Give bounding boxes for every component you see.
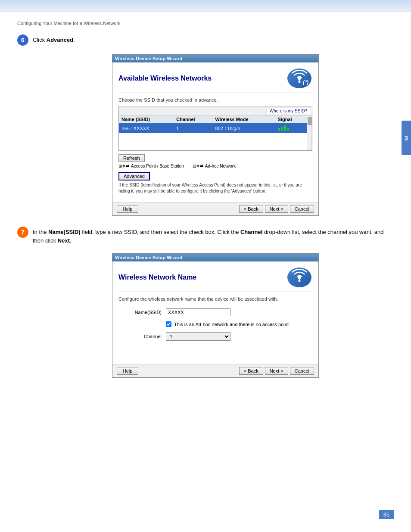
signal-bar-4 — [287, 128, 289, 131]
col-channel: Channel — [174, 116, 212, 123]
wizard-2-help-button[interactable]: Help — [117, 367, 138, 375]
wizard-1-footer-area: Refresh ⊞❖⇌ Access Point / Base Station … — [118, 154, 312, 194]
step-7-circle: 7 — [17, 227, 28, 238]
wizard-1: Wireless Device Setup Wizard Available W… — [112, 54, 319, 216]
wizard-2-spacer — [118, 346, 312, 359]
network-table-header-row: Where is my SSID? — [119, 106, 312, 116]
row-signal — [275, 123, 307, 134]
signal-bar-1 — [278, 128, 280, 131]
signal-bar-2 — [281, 127, 283, 131]
wizard-2-cancel-button[interactable]: Cancel — [290, 367, 314, 375]
wifi-logo-2 — [286, 267, 312, 288]
chapter-number: 3 — [405, 134, 408, 142]
step-7-bold2: Channel — [240, 229, 262, 235]
wizard-2-nav-buttons: < Back Next > Cancel — [239, 367, 314, 375]
scrollbar[interactable] — [307, 116, 312, 150]
step-7-row: 7 In the Name(SSID) field, type a new SS… — [17, 227, 394, 245]
svg-point-4 — [299, 280, 301, 282]
name-ssid-row: Name(SSID) — [118, 308, 312, 316]
table-row[interactable]: ⊞❖⇌ XXXXX 1 802.11b/g/n — [119, 123, 307, 134]
legend-access-point-label: Access Point / Base Station — [131, 164, 184, 168]
step-6-number: 6 — [21, 37, 25, 44]
channel-select[interactable]: 1 2 6 11 — [166, 332, 230, 341]
wizard-2: Wireless Device Setup Wizard Wireless Ne… — [112, 253, 319, 378]
network-table: Name (SSID) Channel Wireless Mode Signal… — [119, 116, 307, 150]
signal-bar-3 — [284, 125, 286, 131]
advanced-button[interactable]: Advanced — [118, 172, 150, 180]
col-mode: Wireless Mode — [213, 116, 275, 123]
name-ssid-label: Name(SSID) — [118, 310, 162, 315]
wizard-2-header: Wireless Network Name — [118, 267, 312, 292]
adhoc-checkbox-row: This is an Ad-hoc network and there is n… — [166, 321, 312, 327]
row-mode: 802.11b/g/n — [213, 123, 275, 134]
row-name: ⊞❖⇌ XXXXX — [119, 123, 174, 134]
name-ssid-input[interactable] — [166, 308, 230, 316]
refresh-button[interactable]: Refresh — [118, 154, 145, 162]
step-7-p4: . — [70, 237, 72, 244]
wizard-1-subtitle: Choose the SSID that you checked in adva… — [118, 97, 312, 103]
signal-bars — [278, 125, 289, 131]
network-icon: ⊞❖⇌ — [121, 126, 134, 131]
channel-label: Channel — [118, 334, 162, 339]
breadcrumb: Configuring Your Machine for a Wireless … — [17, 21, 394, 26]
adhoc-icon: ⊟❖⇌ — [193, 164, 203, 168]
legend-adhoc-label: Ad-hoc Network — [205, 164, 236, 168]
chapter-tab: 3 — [402, 121, 411, 155]
footer-note: If the SSID (Identification of your Wire… — [118, 182, 312, 194]
step-6-bold: Advanced — [47, 37, 73, 43]
empty-row-1 — [119, 133, 307, 142]
wizard-2-next-button[interactable]: Next > — [265, 367, 288, 375]
wizard-2-buttons-row: Help < Back Next > Cancel — [112, 364, 318, 377]
adhoc-checkbox-label: This is an Ad-hoc network and there is n… — [174, 322, 290, 327]
network-table-wrapper: Name (SSID) Channel Wireless Mode Signal… — [119, 116, 312, 150]
wizard-1-body: Available Wireless Networks — [112, 62, 318, 202]
where-ssid-button[interactable]: Where is my SSID? — [267, 108, 310, 114]
empty-row-2 — [119, 142, 307, 150]
wizard-1-help-button[interactable]: Help — [117, 205, 138, 213]
page-number: 35 — [379, 510, 394, 519]
wizard-2-body: Wireless Network Name Configure the wire… — [112, 261, 318, 364]
legend-access-point: ⊞❖⇌ Access Point / Base Station — [118, 164, 184, 168]
wizard-1-header: Available Wireless Networks — [118, 68, 312, 93]
step-7-number: 7 — [21, 229, 25, 236]
step-6-text: Click Advanced. — [33, 34, 75, 44]
wizard-2-titlebar: Wireless Device Setup Wizard — [112, 254, 318, 261]
step-6-after: . — [73, 37, 75, 43]
network-table-container: Where is my SSID? Name (SSID) Channel Wi… — [118, 106, 312, 151]
legend-adhoc: ⊟❖⇌ Ad-hoc Network — [193, 164, 236, 168]
step-7-bold3: Next — [58, 237, 70, 244]
step-7-p2: field, type a new SSID, and then select … — [81, 229, 240, 235]
top-bar — [0, 0, 411, 12]
step-6-circle: 6 — [17, 34, 28, 46]
wizard-2-title: Wireless Network Name — [118, 274, 196, 281]
step-7-text: In the Name(SSID) field, type a new SSID… — [33, 227, 394, 245]
wizard-1-next-button[interactable]: Next > — [265, 205, 288, 213]
step-7-p1: In the — [33, 229, 48, 235]
wizard-1-back-button[interactable]: < Back — [239, 205, 263, 213]
wizard-1-cancel-button[interactable]: Cancel — [290, 205, 314, 213]
step-6-before: Click — [33, 37, 47, 43]
wizard-2-back-button[interactable]: < Back — [239, 367, 263, 375]
wizard-2-subtitle: Configure the wireless network name that… — [118, 296, 312, 302]
row-channel: 1 — [174, 123, 212, 134]
col-name: Name (SSID) — [119, 116, 174, 123]
wizard-1-titlebar: Wireless Device Setup Wizard — [112, 55, 318, 62]
channel-row: Channel 1 2 6 11 — [118, 332, 312, 341]
wizard-1-title: Available Wireless Networks — [118, 75, 212, 82]
wizard-1-nav-buttons: < Back Next > Cancel — [239, 205, 314, 213]
wizard-1-buttons-row: Help < Back Next > Cancel — [112, 202, 318, 215]
wifi-logo: (⁹) — [286, 68, 312, 89]
footer-left: Refresh ⊞❖⇌ Access Point / Base Station … — [118, 154, 312, 194]
svg-point-1 — [299, 81, 301, 83]
step-7-bold1: Name(SSID) — [48, 229, 80, 235]
wizard-2-form: Name(SSID) This is an Ad-hoc network and… — [118, 308, 312, 341]
scrollbar-thumb — [308, 117, 312, 125]
svg-text:(⁹): (⁹) — [303, 79, 308, 85]
legend-row: ⊞❖⇌ Access Point / Base Station ⊟❖⇌ Ad-h… — [118, 164, 236, 168]
step-6-row: 6 Click Advanced. — [17, 34, 394, 46]
wizard-1-footer-content: Refresh ⊞❖⇌ Access Point / Base Station … — [118, 154, 312, 194]
adhoc-checkbox[interactable] — [166, 321, 171, 327]
col-signal: Signal — [275, 116, 307, 123]
access-point-icon: ⊞❖⇌ — [118, 164, 129, 168]
